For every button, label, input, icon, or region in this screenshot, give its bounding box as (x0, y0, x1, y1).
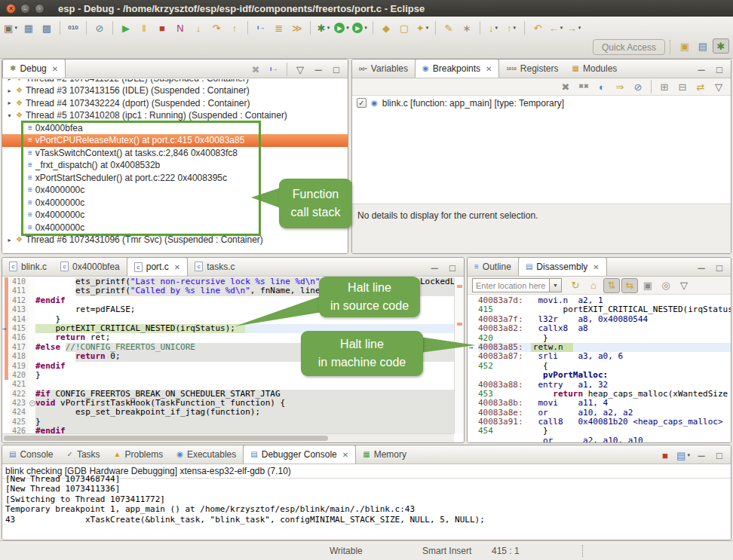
editor-code-line[interactable]: 412#endif (2, 296, 454, 305)
tab-blink-c[interactable]: cblink.c (2, 257, 54, 276)
debug-perspective-icon[interactable]: ✱ (713, 38, 729, 54)
stack-frame-row[interactable]: ≡0x4000000c (2, 184, 348, 197)
overview-ruler[interactable] (454, 277, 464, 433)
collapse-arrow-icon[interactable]: ▾ (6, 112, 13, 119)
tab-executables[interactable]: ◉Executables (170, 445, 243, 464)
tab-tasks-c[interactable]: ctasks.c (188, 257, 241, 276)
disasm-line[interactable]: or a2, a10, a10 (468, 436, 731, 442)
fold-marker-icon[interactable]: − (29, 400, 35, 406)
disasm-line[interactable]: 40083a88: entry a1, 32 (468, 381, 731, 390)
terminate-console-icon[interactable]: ■ (657, 448, 673, 462)
expand-arrow-icon[interactable]: ▸ (6, 99, 13, 106)
sync-with-active-debug-context-icon[interactable]: ⇆ (621, 278, 638, 293)
view-menu-icon[interactable]: ▽ (676, 278, 692, 293)
tab-close-icon[interactable]: ✕ (486, 65, 492, 73)
tab-console[interactable]: ▤Console (2, 445, 60, 464)
quick-access-box[interactable]: Quick Access (593, 39, 665, 55)
editor-code-line[interactable]: 426#endif (2, 427, 454, 433)
disasm-line[interactable]: 420 } (468, 334, 731, 343)
minimize-icon[interactable]: ─ (426, 261, 443, 274)
expand-all-icon[interactable]: ⊞ (656, 79, 673, 94)
open-new-view-icon[interactable]: ▣ (639, 278, 656, 293)
minimize-icon[interactable]: ─ (693, 448, 710, 462)
minimize-icon[interactable]: ─ (693, 261, 710, 274)
go-to-file-for-breakpoint-icon[interactable]: ⇒ (612, 79, 628, 94)
tab-breakpoints[interactable]: ◉Breakpoints✕ (415, 59, 500, 78)
terminate-icon[interactable]: ■ (154, 20, 170, 35)
editor-code-line[interactable]: 416 return ret; (2, 333, 454, 342)
stack-frame-row[interactable]: ≡vTaskSwitchContext() at tasks.c:2,846 0… (2, 147, 348, 160)
thread-row[interactable]: ▸❖Thread #2 1073411312 (IDLE) (Suspended… (2, 79, 348, 84)
resume-icon[interactable]: ▶ (118, 20, 134, 35)
thread-row[interactable]: ▸❖Thread #3 1073413156 (IDLE) (Suspended… (2, 84, 348, 97)
back-history-icon[interactable]: ↶ (529, 20, 546, 35)
disasm-line[interactable]: 40083a7f: l32r a8, 0x40080544 (468, 315, 731, 324)
scrollbar-thumb[interactable] (4, 436, 328, 441)
thread-row[interactable]: ▸❖Thread #4 1073432224 (dport) (Suspende… (2, 97, 348, 110)
tab-close-icon[interactable]: ✕ (52, 65, 58, 73)
open-perspective-icon[interactable]: ▣ (676, 38, 693, 54)
disasm-line[interactable]: 454 } (468, 427, 731, 436)
collapse-all-icon[interactable]: ⊟ (674, 79, 691, 94)
editor-code-line[interactable]: →415 portEXIT_CRITICAL_NESTED(irqStatus)… (2, 324, 454, 333)
refresh-view-icon[interactable]: ↻ (567, 278, 584, 293)
tab-debug[interactable]: ✱Debug✕ (2, 59, 66, 78)
external-annotations-icon[interactable]: ∗ (459, 20, 475, 35)
tab-memory[interactable]: ▦Memory (356, 445, 413, 464)
editor-code-line[interactable]: 420} (2, 371, 454, 380)
maximize-icon[interactable]: □ (328, 63, 345, 76)
instruction-stepping-mode-icon[interactable]: i→ (265, 63, 282, 76)
stack-frame-row[interactable]: ≡vPortCPUReleaseMutex() at port.c:415 0x… (2, 134, 348, 147)
forward-icon[interactable]: →▾ (566, 20, 582, 35)
show-breakpoints-supported-by-target-icon[interactable]: ◐ (593, 79, 610, 94)
maximize-icon[interactable]: □ (711, 63, 728, 76)
suspend-icon[interactable]: ‖ (136, 20, 152, 35)
tab-port-c[interactable]: cport.c✕ (127, 257, 188, 276)
location-combo-dropdown[interactable]: ▼ (549, 278, 562, 292)
skip-all-breakpoints-icon[interactable]: ⊘ (630, 79, 646, 94)
open-element-icon[interactable]: ◆ (378, 20, 394, 35)
tab-close-icon[interactable]: ✕ (174, 263, 180, 271)
editor-code-line[interactable]: 422#if CONFIG_FREERTOS_BREAK_ON_SCHEDULE… (2, 390, 454, 399)
disasm-line[interactable]: →40083a85: retw.n (468, 343, 731, 352)
view-menu-icon[interactable]: ▽ (710, 79, 727, 94)
debug-icon[interactable]: ✱▾ (315, 20, 332, 35)
thread-row[interactable]: ▸❖Thread #6 1073431096 (Tmr Svc) (Suspen… (2, 234, 348, 246)
link-with-debug-view-icon[interactable]: ⇄ (692, 79, 709, 94)
skip-all-breakpoints-icon[interactable]: ⊘ (91, 20, 108, 35)
editor-code-line[interactable]: 418 return 0; (2, 352, 454, 361)
step-return-icon[interactable]: ↑ (226, 20, 243, 35)
step-into-icon[interactable]: ↓ (190, 20, 207, 35)
disasm-line[interactable]: 40083a7d: movi.n a2, 1 (468, 296, 731, 305)
tab-outline[interactable]: ≡Outline (468, 257, 518, 276)
stack-frame-row[interactable]: ≡0x4000000c (2, 197, 348, 210)
editor-code-line[interactable]: 421 (2, 380, 454, 389)
home-icon[interactable]: ⌂ (585, 278, 602, 293)
stack-frame-row[interactable]: ≡_frxt_dispatch() at 0x4008532b (2, 159, 348, 172)
location-combo[interactable]: Enter location here (472, 278, 549, 292)
editor-code-line[interactable]: 424 esp_set_breakpoint_if_jtag(function)… (2, 408, 454, 417)
disasm-line[interactable]: 40083a8b: movi a11, 4 (468, 399, 731, 408)
disasm-line[interactable]: 40083a91: call8 0x40081b20 <heap_caps_ma… (468, 418, 731, 427)
run-icon[interactable]: ▶▾ (333, 20, 350, 35)
disasm-line[interactable]: pvPortMalloc: (468, 371, 731, 380)
toggle-mark-occurrences-icon[interactable]: ✎ (440, 20, 457, 35)
disasm-line[interactable]: 453 return heap_caps_malloc(xWantedSize (468, 390, 731, 399)
open-resource-icon[interactable]: ▢ (396, 20, 413, 35)
maximize-icon[interactable]: □ (711, 448, 728, 462)
external-tools-icon[interactable]: ▶▾ (351, 20, 368, 35)
save-icon[interactable]: ▦ (20, 20, 37, 35)
editor-code-line[interactable]: 419#endif (2, 362, 454, 371)
expand-arrow-icon[interactable]: ▸ (6, 79, 13, 82)
display-selected-console-icon[interactable]: ▤▾ (675, 448, 692, 462)
tab-disassembly[interactable]: ▤Disassembly✕ (518, 257, 607, 276)
binary-file-icon[interactable]: 010 (65, 20, 81, 35)
pin-view-icon[interactable]: ◎ (658, 278, 674, 293)
breakpoint-row[interactable]: ✓◉blink.c [function: app_main] [type: Te… (352, 96, 731, 110)
tab-modules[interactable]: ▦Modules (566, 59, 624, 78)
minimize-icon[interactable]: ─ (310, 63, 327, 76)
window-close-button[interactable]: ✕ (6, 4, 16, 14)
tab-debugger-console[interactable]: ▤Debugger Console✕ (243, 445, 356, 464)
editor-code-line[interactable]: 425} (2, 418, 454, 427)
disasm-line[interactable]: 40083a8e: or a10, a2, a2 (468, 409, 731, 418)
